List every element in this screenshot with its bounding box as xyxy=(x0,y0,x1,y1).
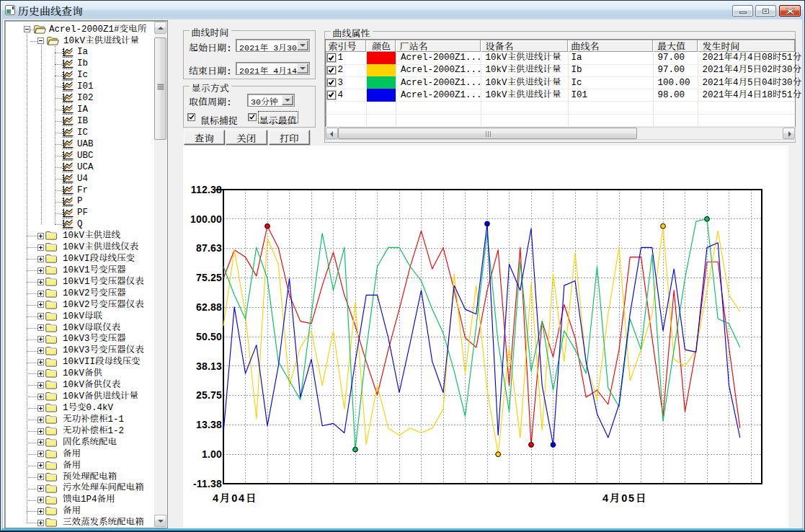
svg-text:1.00: 1.00 xyxy=(202,448,222,460)
svg-text:4月04日: 4月04日 xyxy=(213,492,257,504)
svg-text:25.75: 25.75 xyxy=(196,389,222,401)
svg-text:-11.38: -11.38 xyxy=(193,477,222,489)
svg-text:50.50: 50.50 xyxy=(196,330,222,342)
svg-text:62.88: 62.88 xyxy=(196,301,222,313)
svg-text:13.38: 13.38 xyxy=(196,419,222,430)
svg-text:38.13: 38.13 xyxy=(196,360,222,371)
svg-text:87.63: 87.63 xyxy=(196,242,222,254)
svg-text:4月05日: 4月05日 xyxy=(602,492,647,504)
svg-text:100.00: 100.00 xyxy=(190,213,222,224)
svg-text:112.38: 112.38 xyxy=(191,183,222,195)
svg-text:75.25: 75.25 xyxy=(196,272,222,283)
